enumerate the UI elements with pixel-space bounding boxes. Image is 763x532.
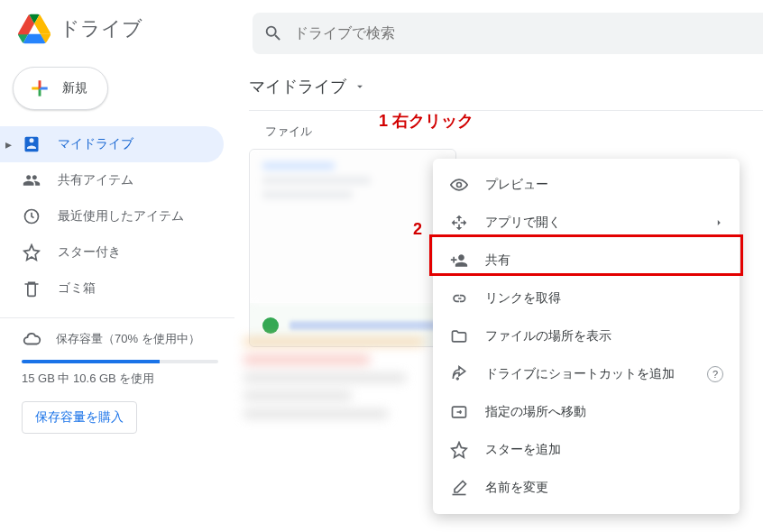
people-icon <box>22 170 41 190</box>
sidebar-item-label: スター付き <box>58 244 121 261</box>
sidebar-item-label: ゴミ箱 <box>58 280 96 297</box>
chevron-right-icon: ▸ <box>5 137 12 151</box>
share-person-icon <box>449 251 469 271</box>
sidebar-item-label: マイドライブ <box>58 136 133 152</box>
plus-icon <box>28 77 51 100</box>
breadcrumb-label: マイドライブ <box>249 76 346 97</box>
sidebar-item-trash[interactable]: ゴミ箱 <box>0 271 224 307</box>
star-icon <box>449 440 469 460</box>
menu-item-label: スターを追加 <box>485 442 561 458</box>
menu-item-label: 指定の場所へ移動 <box>485 404 586 420</box>
file-preview <box>250 150 455 303</box>
search-input[interactable] <box>294 25 752 41</box>
open-with-icon <box>449 213 469 233</box>
menu-item-show-location[interactable]: ファイルの場所を表示 <box>433 317 740 355</box>
menu-item-label: プレビュー <box>485 177 548 193</box>
svg-point-1 <box>457 183 462 188</box>
brand-title: ドライブ <box>60 15 142 42</box>
storage-label: 保存容量（70% を使用中） <box>56 331 200 347</box>
menu-item-add-star[interactable]: スターを追加 <box>433 431 740 469</box>
menu-item-move-to[interactable]: 指定の場所へ移動 <box>433 393 740 431</box>
storage-section: 保存容量（70% を使用中） 15 GB 中 10.6 GB を使用 保存容量を… <box>0 329 234 434</box>
menu-item-label: アプリで開く <box>485 215 561 231</box>
help-icon: ? <box>707 366 723 382</box>
menu-item-label: 共有 <box>485 252 510 269</box>
sidebar-item-label: 共有アイテム <box>58 172 133 188</box>
chevron-right-icon <box>712 216 725 229</box>
buy-storage-button[interactable]: 保存容量を購入 <box>22 401 137 434</box>
shortcut-icon <box>449 364 469 384</box>
blurred-content <box>244 328 424 427</box>
link-icon <box>449 289 469 308</box>
breadcrumb[interactable]: マイドライブ <box>249 67 763 110</box>
chevron-down-icon <box>354 80 366 93</box>
file-card[interactable] <box>249 149 456 347</box>
sidebar-item-starred[interactable]: スター付き <box>0 234 224 271</box>
menu-item-label: ファイルの場所を表示 <box>485 328 611 344</box>
new-button-label: 新規 <box>62 80 87 96</box>
star-icon <box>22 243 41 262</box>
menu-item-add-shortcut[interactable]: ドライブにショートカットを追加 ? <box>433 355 740 393</box>
sidebar-item-shared[interactable]: 共有アイテム <box>0 162 224 198</box>
brand: ドライブ <box>0 11 253 47</box>
sidebar-item-my-drive[interactable]: ▸ マイドライブ <box>0 126 224 162</box>
menu-item-label: リンクを取得 <box>485 290 561 307</box>
menu-item-rename[interactable]: 名前を変更 <box>433 469 740 507</box>
menu-item-label: 名前を変更 <box>485 480 548 496</box>
my-drive-icon <box>22 134 41 154</box>
search-icon <box>263 23 283 43</box>
menu-item-share[interactable]: 共有 <box>433 242 740 280</box>
folder-icon <box>449 326 469 346</box>
files-section-label: ファイル <box>265 124 763 140</box>
eye-icon <box>449 175 469 195</box>
rename-icon <box>449 478 469 498</box>
storage-detail: 15 GB 中 10.6 GB を使用 <box>22 371 218 387</box>
sidebar-item-label: 最近使用したアイテム <box>58 208 184 225</box>
menu-item-preview[interactable]: プレビュー <box>433 166 740 204</box>
new-button[interactable]: 新規 <box>13 67 108 110</box>
storage-progress <box>22 360 218 363</box>
move-icon <box>449 402 469 422</box>
menu-item-open-with[interactable]: アプリで開く <box>433 204 740 242</box>
menu-item-label: ドライブにショートカットを追加 <box>485 366 675 382</box>
menu-item-get-link[interactable]: リンクを取得 <box>433 280 740 317</box>
sidebar-item-recent[interactable]: 最近使用したアイテム <box>0 198 224 234</box>
sidebar: 新規 ▸ マイドライブ 共有アイテム 最近使用したアイテム <box>0 58 234 532</box>
context-menu: プレビュー アプリで開く 共有 リン <box>433 159 740 514</box>
trash-icon <box>22 279 41 298</box>
content-area: マイドライブ ファイル 1 右クリック 2 <box>234 58 763 532</box>
search-bar[interactable] <box>253 13 763 54</box>
drive-logo-icon <box>16 11 52 47</box>
clock-icon <box>22 206 41 226</box>
cloud-icon <box>22 329 41 349</box>
